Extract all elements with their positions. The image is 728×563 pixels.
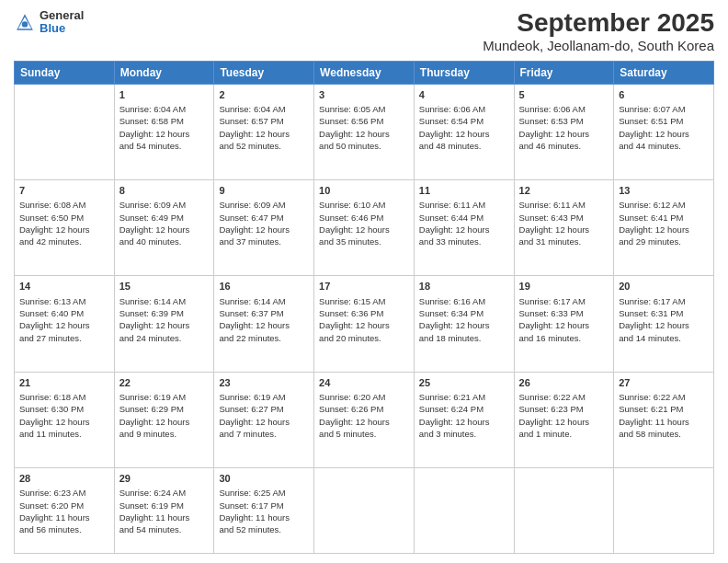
day-number: 18 — [419, 280, 509, 293]
day-number: 28 — [19, 472, 109, 486]
calendar-cell: 21Sunrise: 6:18 AMSunset: 6:30 PMDayligh… — [15, 372, 115, 467]
title-block: September 2025 Mundeok, Jeollanam-do, So… — [483, 9, 714, 53]
day-number: 24 — [319, 376, 409, 390]
calendar-cell: 1Sunrise: 6:04 AMSunset: 6:58 PMDaylight… — [114, 84, 214, 179]
day-number: 7 — [19, 184, 109, 198]
calendar-cell: 5Sunrise: 6:06 AMSunset: 6:53 PMDaylight… — [514, 84, 614, 179]
day-number: 27 — [619, 376, 709, 390]
calendar-cell: 20Sunrise: 6:17 AMSunset: 6:31 PMDayligh… — [614, 276, 714, 372]
day-header-thursday: Thursday — [414, 61, 514, 84]
day-number: 1 — [119, 88, 210, 102]
day-number: 15 — [119, 280, 210, 293]
calendar-cell: 26Sunrise: 6:22 AMSunset: 6:23 PMDayligh… — [514, 372, 614, 467]
svg-point-2 — [22, 21, 28, 27]
calendar-cell: 24Sunrise: 6:20 AMSunset: 6:26 PMDayligh… — [314, 372, 415, 467]
calendar-cell: 9Sunrise: 6:09 AMSunset: 6:47 PMDaylight… — [214, 180, 314, 276]
day-number: 26 — [519, 376, 609, 390]
logo: General Blue — [14, 9, 84, 36]
calendar-cell: 6Sunrise: 6:07 AMSunset: 6:51 PMDaylight… — [614, 84, 714, 179]
day-number: 5 — [519, 88, 609, 102]
calendar-cell: 3Sunrise: 6:05 AMSunset: 6:56 PMDaylight… — [314, 84, 415, 179]
day-number: 10 — [319, 184, 409, 198]
day-number: 17 — [319, 280, 409, 293]
calendar-cell: 7Sunrise: 6:08 AMSunset: 6:50 PMDaylight… — [15, 180, 115, 276]
calendar-cell — [514, 467, 614, 553]
day-number: 19 — [519, 280, 609, 293]
day-header-sunday: Sunday — [15, 61, 115, 84]
calendar-cell: 13Sunrise: 6:12 AMSunset: 6:41 PMDayligh… — [614, 180, 714, 276]
calendar-cell: 18Sunrise: 6:16 AMSunset: 6:34 PMDayligh… — [414, 276, 514, 372]
logo-general-text: General — [40, 9, 84, 22]
day-number: 3 — [319, 88, 409, 102]
calendar-cell: 28Sunrise: 6:23 AMSunset: 6:20 PMDayligh… — [15, 467, 115, 553]
calendar-cell: 14Sunrise: 6:13 AMSunset: 6:40 PMDayligh… — [15, 276, 115, 372]
day-header-monday: Monday — [114, 61, 214, 84]
day-number: 2 — [219, 88, 309, 102]
day-number: 4 — [419, 88, 509, 102]
logo-blue-text: Blue — [40, 22, 84, 35]
calendar-cell: 12Sunrise: 6:11 AMSunset: 6:43 PMDayligh… — [514, 180, 614, 276]
calendar-cell: 25Sunrise: 6:21 AMSunset: 6:24 PMDayligh… — [414, 372, 514, 467]
day-number: 23 — [219, 376, 309, 390]
calendar-cell: 22Sunrise: 6:19 AMSunset: 6:29 PMDayligh… — [114, 372, 214, 467]
calendar-cell — [614, 467, 714, 553]
calendar-table: SundayMondayTuesdayWednesdayThursdayFrid… — [14, 61, 714, 554]
day-header-tuesday: Tuesday — [214, 61, 314, 84]
calendar-cell: 30Sunrise: 6:25 AMSunset: 6:17 PMDayligh… — [214, 467, 314, 553]
calendar-cell: 15Sunrise: 6:14 AMSunset: 6:39 PMDayligh… — [114, 276, 214, 372]
day-header-saturday: Saturday — [614, 61, 714, 84]
calendar-cell — [314, 467, 415, 553]
calendar-cell: 10Sunrise: 6:10 AMSunset: 6:46 PMDayligh… — [314, 180, 415, 276]
calendar-cell: 8Sunrise: 6:09 AMSunset: 6:49 PMDaylight… — [114, 180, 214, 276]
day-number: 6 — [619, 88, 709, 102]
calendar-cell: 23Sunrise: 6:19 AMSunset: 6:27 PMDayligh… — [214, 372, 314, 467]
day-number: 11 — [419, 184, 509, 198]
calendar-cell — [414, 467, 514, 553]
day-number: 22 — [119, 376, 210, 390]
calendar-title: September 2025 — [483, 9, 714, 38]
day-number: 9 — [219, 184, 309, 198]
calendar-cell: 16Sunrise: 6:14 AMSunset: 6:37 PMDayligh… — [214, 276, 314, 372]
day-number: 29 — [119, 472, 210, 486]
day-number: 13 — [619, 184, 709, 198]
calendar-cell: 29Sunrise: 6:24 AMSunset: 6:19 PMDayligh… — [114, 467, 214, 553]
calendar-cell: 4Sunrise: 6:06 AMSunset: 6:54 PMDaylight… — [414, 84, 514, 179]
calendar-cell: 19Sunrise: 6:17 AMSunset: 6:33 PMDayligh… — [514, 276, 614, 372]
day-number: 8 — [119, 184, 210, 198]
calendar-cell: 17Sunrise: 6:15 AMSunset: 6:36 PMDayligh… — [314, 276, 415, 372]
calendar-cell: 11Sunrise: 6:11 AMSunset: 6:44 PMDayligh… — [414, 180, 514, 276]
calendar-cell: 2Sunrise: 6:04 AMSunset: 6:57 PMDaylight… — [214, 84, 314, 179]
day-header-friday: Friday — [514, 61, 614, 84]
calendar-cell — [15, 84, 115, 179]
day-number: 21 — [19, 376, 109, 390]
day-number: 25 — [419, 376, 509, 390]
day-number: 12 — [519, 184, 609, 198]
calendar-cell: 27Sunrise: 6:22 AMSunset: 6:21 PMDayligh… — [614, 372, 714, 467]
day-number: 20 — [619, 280, 709, 293]
calendar-subtitle: Mundeok, Jeollanam-do, South Korea — [483, 38, 714, 53]
day-number: 30 — [219, 472, 309, 486]
day-number: 14 — [19, 280, 109, 293]
day-number: 16 — [219, 280, 309, 293]
day-header-wednesday: Wednesday — [314, 61, 415, 84]
